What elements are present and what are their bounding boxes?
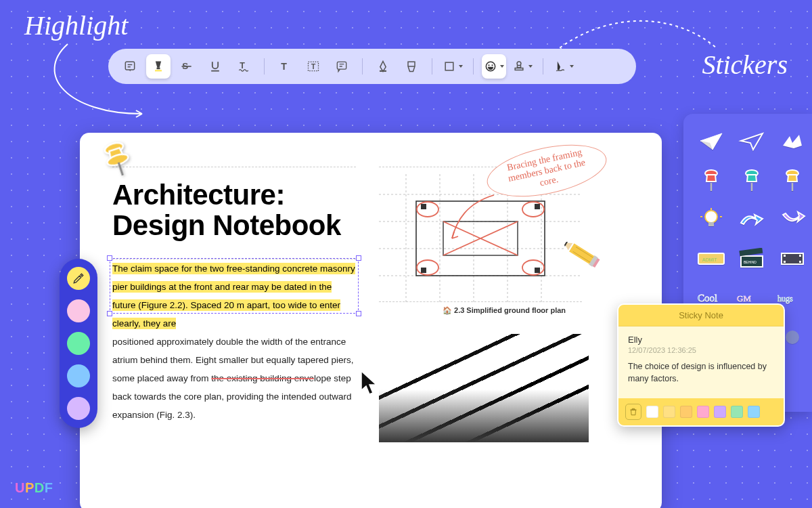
sticker-pin-red[interactable] <box>696 167 727 194</box>
svg-rect-18 <box>515 68 523 70</box>
sticker-tool[interactable] <box>482 54 506 79</box>
cursor-icon <box>359 370 380 397</box>
svg-rect-11 <box>380 70 386 72</box>
svg-text:BEHIND: BEHIND <box>744 260 757 264</box>
pencil-tool[interactable] <box>371 54 395 79</box>
sticky-content[interactable]: The choice of design is influenced by ma… <box>628 361 774 385</box>
separator <box>473 58 474 75</box>
svg-point-16 <box>491 64 493 66</box>
note-color-yellow[interactable] <box>663 406 675 418</box>
svg-rect-39 <box>535 268 540 273</box>
sticker-arrow-blue[interactable] <box>736 206 767 233</box>
color-swatch-green[interactable] <box>67 332 90 355</box>
sticker-pin-yellow[interactable] <box>777 167 808 194</box>
svg-point-34 <box>417 260 438 275</box>
svg-rect-67 <box>799 255 801 257</box>
callout-tool[interactable] <box>330 54 354 79</box>
svg-rect-55 <box>708 222 714 226</box>
squiggly-tool[interactable]: T <box>231 54 256 79</box>
figure-caption: 🏠 2.3 Simplified ground floor plan <box>379 306 629 315</box>
sticky-author: Elly <box>628 335 774 345</box>
svg-rect-66 <box>784 261 786 263</box>
svg-rect-13 <box>445 62 453 70</box>
svg-rect-62 <box>739 248 763 256</box>
strikethrough-text: the existing building enve <box>211 373 314 383</box>
svg-text:ADMIT: ADMIT <box>702 257 718 262</box>
svg-rect-38 <box>421 268 426 273</box>
sticker-clapper[interactable]: BEHIND <box>736 245 767 272</box>
svg-rect-10 <box>337 62 346 69</box>
svg-rect-68 <box>799 261 801 263</box>
separator <box>264 58 265 75</box>
eraser-tool[interactable] <box>399 54 424 79</box>
note-color-blue[interactable] <box>748 406 760 418</box>
stamp-tool[interactable] <box>510 54 535 79</box>
sticker-paperplane-2[interactable] <box>736 127 767 154</box>
svg-point-33 <box>522 202 544 217</box>
note-color-white[interactable] <box>646 406 658 418</box>
sticker-film[interactable] <box>777 245 808 272</box>
textbox-tool[interactable]: T <box>301 54 325 79</box>
svg-text:hugs: hugs <box>777 294 793 303</box>
svg-text:T: T <box>281 61 287 72</box>
note-color-orange[interactable] <box>680 406 692 418</box>
shape-tool[interactable] <box>441 54 465 79</box>
annotation-toolbar: S T T T <box>108 49 636 84</box>
svg-rect-0 <box>125 62 134 70</box>
note-color-pink[interactable] <box>697 406 709 418</box>
svg-point-54 <box>705 211 717 223</box>
svg-point-17 <box>517 62 521 66</box>
sticker-crane[interactable] <box>777 127 808 154</box>
sticker-ticket[interactable]: ADMIT <box>696 245 727 272</box>
separator <box>432 58 432 75</box>
highlighter-tool[interactable] <box>146 54 171 79</box>
sticker-pin-teal[interactable] <box>736 167 767 194</box>
svg-rect-65 <box>784 255 786 257</box>
sticker-paperplane-1[interactable] <box>696 127 727 154</box>
svg-text:T: T <box>311 62 316 70</box>
color-palette <box>60 259 97 428</box>
brand-logo: UPDF <box>15 480 53 496</box>
sign-tool[interactable] <box>551 54 576 79</box>
body-text[interactable]: The claim space for the two free-standin… <box>112 259 356 424</box>
svg-point-75 <box>786 331 799 344</box>
note-color-purple[interactable] <box>714 406 726 418</box>
color-swatch-blue[interactable] <box>67 364 90 387</box>
sticker-bulb[interactable] <box>696 206 727 233</box>
highlighted-text[interactable]: The claim space for the two free-standin… <box>112 263 355 329</box>
svg-rect-2 <box>155 70 162 72</box>
sticky-footer <box>618 398 784 425</box>
strikethrough-tool[interactable]: S <box>175 54 199 79</box>
sticker-arrow-purple[interactable] <box>777 206 808 233</box>
doc-title: Architecture: Design Notebook <box>112 179 356 241</box>
svg-rect-36 <box>421 204 426 209</box>
svg-text:GM: GM <box>737 293 751 303</box>
svg-text:Cool: Cool <box>698 293 717 303</box>
bubble-arrow <box>447 190 508 244</box>
sticky-note[interactable]: Sticky Note Elly 12/07/2023 12:36:25 The… <box>617 303 785 427</box>
svg-rect-37 <box>535 204 540 209</box>
eyedropper-button[interactable] <box>67 267 90 290</box>
sticky-title: Sticky Note <box>618 305 784 326</box>
document-page: Architecture: Design Notebook The claim … <box>80 133 662 508</box>
svg-point-15 <box>488 64 489 66</box>
sticky-timestamp: 12/07/2023 12:36:25 <box>628 346 774 354</box>
svg-point-32 <box>417 202 438 217</box>
separator <box>543 58 543 75</box>
color-swatch-purple[interactable] <box>67 397 90 420</box>
architecture-photo <box>379 334 589 442</box>
color-swatch-pink[interactable] <box>67 299 90 322</box>
svg-rect-1 <box>157 68 160 70</box>
separator <box>362 58 363 75</box>
note-color-green[interactable] <box>731 406 743 418</box>
note-tool[interactable] <box>118 54 142 79</box>
delete-note-button[interactable] <box>625 404 641 420</box>
svg-text:T: T <box>240 61 245 70</box>
text-tool[interactable]: T <box>273 54 297 79</box>
underline-tool[interactable] <box>203 54 227 79</box>
svg-point-35 <box>522 260 544 275</box>
